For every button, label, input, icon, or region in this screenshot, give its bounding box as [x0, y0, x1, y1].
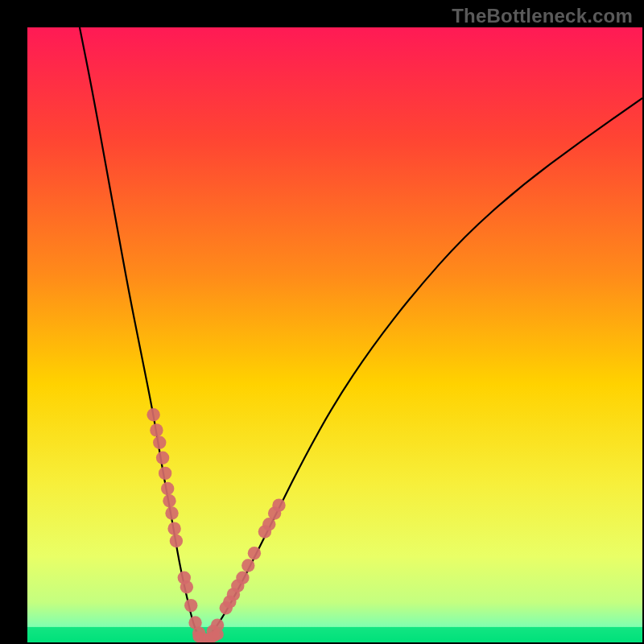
chart-svg — [27, 27, 642, 642]
svg-point-24 — [242, 559, 254, 572]
svg-point-5 — [156, 452, 169, 464]
svg-point-25 — [248, 547, 261, 559]
svg-point-13 — [180, 580, 193, 593]
svg-point-10 — [167, 522, 180, 535]
svg-point-2 — [147, 408, 159, 421]
svg-rect-1 — [27, 627, 642, 642]
svg-point-23 — [236, 572, 249, 584]
svg-point-36 — [213, 629, 224, 640]
svg-point-3 — [150, 423, 163, 436]
svg-point-29 — [272, 498, 285, 511]
svg-point-7 — [161, 482, 174, 495]
watermark-label: TheBottleneck.com — [452, 5, 633, 27]
svg-point-14 — [184, 599, 197, 612]
svg-rect-0 — [27, 27, 642, 642]
svg-point-9 — [165, 506, 178, 519]
svg-point-11 — [170, 535, 183, 547]
chart-plot — [27, 27, 642, 642]
svg-point-6 — [159, 467, 171, 480]
svg-point-8 — [163, 494, 175, 507]
svg-point-4 — [153, 436, 166, 449]
chart-frame: TheBottleneck.com — [0, 0, 644, 644]
